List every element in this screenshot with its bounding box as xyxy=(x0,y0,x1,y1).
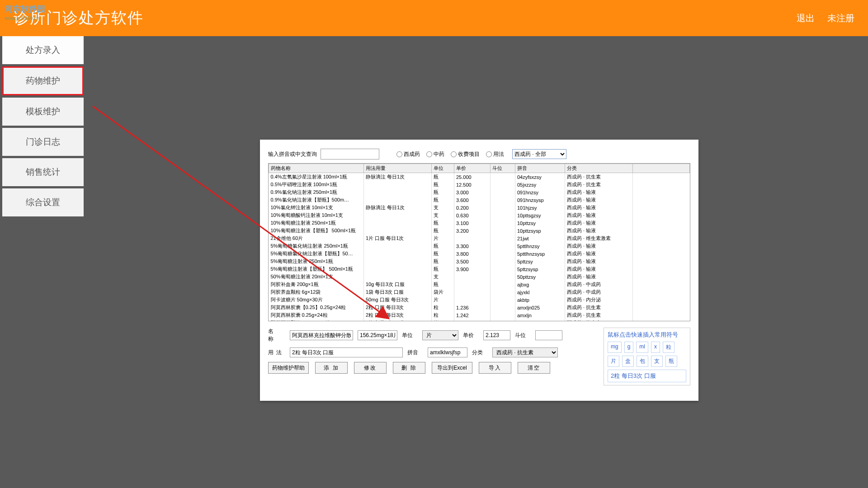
quick-token[interactable]: 盒 xyxy=(622,356,634,367)
quick-token[interactable]: 片 xyxy=(608,356,619,367)
quick-token[interactable]: mg xyxy=(608,342,622,353)
table-row[interactable]: 0.5%甲硝唑注射液 100ml×1瓶瓶12.50005jxzzsy西成药 · … xyxy=(269,181,690,188)
table-row[interactable]: 0.9%氯化钠注射液【塑瓶】500m…瓶3.600091hnzsysp西成药 ·… xyxy=(269,196,690,204)
table-row[interactable]: 5%葡萄糖注射液 250ml×1瓶瓶3.5005pttzsy西成药 · 输液 xyxy=(269,258,690,265)
table-row[interactable]: 阿胶补血膏 200g×1瓶10g 每日3次 口服瓶ajbxg西成药 · 中成药 xyxy=(269,281,690,288)
query-input[interactable] xyxy=(321,149,379,160)
table-row[interactable]: 10%葡萄糖酸钙注射液 10ml×1支支0.63010pttsgzsy西成药 ·… xyxy=(269,211,690,219)
table-row[interactable]: 21金维他 60片1片 口服 每日1次片21jwt西成药 · 维生素激素 xyxy=(269,235,690,242)
col-header[interactable]: 单位 xyxy=(432,164,454,173)
col-header[interactable]: 斗位 xyxy=(491,164,515,173)
quick-usage-token[interactable]: 2粒 每日3次 口服 xyxy=(608,370,686,382)
cat-select[interactable]: 西成药 · 抗生素 xyxy=(492,347,558,357)
radio-fee[interactable]: 收费项目 xyxy=(451,150,480,158)
app-header: 诊所门诊处方软件 退出 未注册 xyxy=(0,0,868,36)
cat-label: 分类 xyxy=(472,349,488,357)
sidebar-item-drug-maint[interactable]: 药物维护 xyxy=(2,66,84,95)
price-input[interactable] xyxy=(483,330,510,340)
usage-input[interactable] xyxy=(290,347,403,357)
table-row[interactable]: 阿卡波糖片 50mg×30片50mg 口服 每日3次片akbtp西成药 · 内分… xyxy=(269,296,690,304)
drug-grid[interactable]: 药物名称用法用量单位单价斗位拼音分类 0.4%左氧氟沙星注射液 100ml×1瓶… xyxy=(268,163,690,321)
modify-button[interactable]: 修改 xyxy=(354,362,387,374)
py-input[interactable] xyxy=(428,347,467,357)
unit-select[interactable]: 片 xyxy=(422,330,458,340)
py-label: 拼音 xyxy=(407,349,423,357)
price-label: 单价 xyxy=(463,332,479,339)
sidebar-item-sales[interactable]: 销售统计 xyxy=(2,158,84,186)
quick-token[interactable]: 瓶 xyxy=(665,356,677,367)
radio-western[interactable]: 西成药 xyxy=(396,150,420,158)
delete-button[interactable]: 删 除 xyxy=(393,362,425,374)
sidebar-item-settings[interactable]: 综合设置 xyxy=(2,188,84,216)
category-dropdown[interactable]: 西成药 · 全部 xyxy=(512,149,566,159)
add-button[interactable]: 添 加 xyxy=(315,362,348,374)
table-row[interactable]: 阿莫西林颗粒 0.125g×12粒2粒 每日3次 口服粒1.366amxlkl西… xyxy=(269,319,690,321)
logo-url: www.pc0359.cn xyxy=(5,15,39,21)
logo-text: 河东软件园 xyxy=(5,4,45,14)
usage-label: 用法 xyxy=(268,349,285,357)
table-row[interactable]: 10%葡萄糖注射液【塑瓶】 500ml×1瓶瓶3.20010pttzsysp西成… xyxy=(269,227,690,235)
quick-title: 鼠标点击快速插入常用符号 xyxy=(608,331,686,339)
radio-chinese[interactable]: 中药 xyxy=(426,150,444,158)
pos-input[interactable] xyxy=(535,330,562,340)
col-header[interactable]: 药物名称 xyxy=(269,164,364,173)
quick-token[interactable]: 粒 xyxy=(663,342,675,353)
table-row[interactable]: 阿莫西林胶囊 0.25g×24粒2粒 口服 每日3次粒1.242amxljn西成… xyxy=(269,311,690,319)
export-button[interactable]: 导出到Excel xyxy=(432,362,472,374)
unit-label: 单位 xyxy=(402,332,418,339)
clear-button[interactable]: 清空 xyxy=(518,362,550,374)
name-input[interactable] xyxy=(290,330,353,340)
spec-input[interactable] xyxy=(358,330,397,340)
table-row[interactable]: 5%葡萄糖氯化钠注射液 250ml×1瓶瓶3.3005pttlhnzsy西成药 … xyxy=(269,242,690,250)
table-row[interactable]: 50%葡萄糖注射液 20ml×1支支50pttzsy西成药 · 输液 xyxy=(269,273,690,281)
table-row[interactable]: 0.4%左氧氟沙星注射液 100ml×1瓶静脉滴注 每日1次瓶25.00004z… xyxy=(269,173,690,181)
quick-token[interactable]: x xyxy=(651,342,660,353)
drug-maintenance-panel: 输入拼音或中文查询 西成药 中药 收费项目 用法 西成药 · 全部 药物名称用法… xyxy=(260,140,698,401)
col-header[interactable]: 用法用量 xyxy=(364,164,432,173)
name-label: 名 称 xyxy=(268,328,285,343)
sidebar-item-template[interactable]: 模板维护 xyxy=(2,98,84,126)
sidebar-item-rx-entry[interactable]: 处方录入 xyxy=(2,36,84,64)
sidebar-item-clinic-log[interactable]: 门诊日志 xyxy=(2,128,84,156)
drug-type-radios: 西成药 中药 收费项目 用法 xyxy=(396,150,504,158)
table-row[interactable]: 阿胶养血颗粒 6g×12袋1袋 每日3次 口服袋片ajyxkl西成药 · 中成药 xyxy=(269,288,690,296)
table-row[interactable]: 5%葡萄糖注射液【塑瓶】 500ml×1瓶瓶3.9005pttzsysp西成药 … xyxy=(269,265,690,273)
radio-usage[interactable]: 用法 xyxy=(486,150,504,158)
quick-token[interactable]: g xyxy=(624,342,634,353)
sidebar: 处方录入 药物维护 模板维护 门诊日志 销售统计 综合设置 xyxy=(2,36,84,219)
import-button[interactable]: 导入 xyxy=(479,362,511,374)
col-header[interactable]: 单价 xyxy=(454,164,491,173)
table-row[interactable]: 10%氯化钾注射液 10ml×1支静脉滴注 每日1次支0.200101hjzsy… xyxy=(269,204,690,211)
exit-link[interactable]: 退出 xyxy=(797,12,815,24)
col-header[interactable]: 拼音 xyxy=(515,164,565,173)
quick-token[interactable]: ml xyxy=(636,342,648,353)
help-button[interactable]: 药物维护帮助 xyxy=(268,362,309,374)
table-row[interactable]: 10%葡萄糖注射液 250ml×1瓶瓶3.10010pttzsy西成药 · 输液 xyxy=(269,219,690,227)
col-header[interactable]: 分类 xyxy=(565,164,633,173)
quick-insert-panel: 鼠标点击快速插入常用符号 mggmlx粒 片盒包支瓶 2粒 每日3次 口服 xyxy=(604,328,690,385)
quick-token[interactable]: 支 xyxy=(651,356,663,367)
table-row[interactable]: 5%葡萄糖氯化钠注射液【塑瓶】50…瓶3.8005pttlhnzsysp西成药 … xyxy=(269,250,690,258)
quick-token[interactable]: 包 xyxy=(637,356,648,367)
query-label: 输入拼音或中文查询 xyxy=(268,150,317,158)
unregistered-link[interactable]: 未注册 xyxy=(827,12,854,24)
pos-label: 斗位 xyxy=(515,332,531,339)
table-row[interactable]: 0.9%氯化钠注射液 250ml×1瓶瓶3.000091hnzsy西成药 · 输… xyxy=(269,188,690,196)
table-row[interactable]: 阿莫西林胶囊【0.25】0.25g×24粒2粒 口服 每日3次粒1.236amx… xyxy=(269,304,690,311)
